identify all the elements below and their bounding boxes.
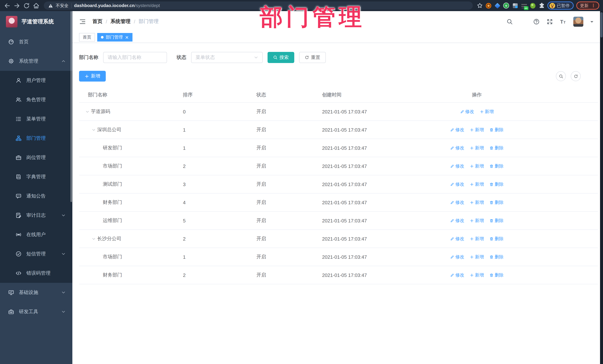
expand-row-icon[interactable] [92, 237, 96, 241]
row-modify-link[interactable]: 修改 [450, 163, 464, 169]
row-add-link[interactable]: 新增 [470, 145, 484, 151]
row-delete-link[interactable]: 删除 [489, 217, 504, 224]
back-icon[interactable] [4, 2, 11, 9]
row-delete-link[interactable]: 删除 [489, 127, 504, 133]
table-row[interactable]: 市场部门2开启2021-01-05 17:03:47修改新增删除 [79, 157, 598, 175]
extension-vpn-icon[interactable]: on [521, 2, 527, 9]
sidebar-item[interactable]: 在线用户 [0, 225, 72, 244]
browser-update-button[interactable]: 更新 ⋮ [576, 1, 599, 10]
sidebar-item[interactable]: 通知公告 [0, 187, 72, 206]
home-icon[interactable] [33, 2, 40, 9]
row-add-link[interactable]: 新增 [480, 109, 494, 115]
action-label: 删除 [495, 272, 504, 278]
sidebar-item[interactable]: 岗位管理 [0, 148, 72, 167]
table-row[interactable]: 财务部门2开启2021-01-05 17:03:47修改新增删除 [79, 266, 598, 284]
sidebar-item[interactable]: 系统管理 [0, 52, 72, 71]
show-search-toggle-button[interactable] [556, 71, 566, 81]
profile-paused-pill[interactable]: 已暂停 [547, 1, 574, 10]
row-delete-link[interactable]: 删除 [489, 181, 504, 187]
table-row[interactable]: 运维部门5开启2021-01-05 17:03:47修改新增删除 [79, 212, 598, 230]
row-modify-link[interactable]: 修改 [450, 272, 464, 278]
add-dept-button[interactable]: 新增 [79, 71, 106, 82]
extension-sprout-icon[interactable] [530, 2, 536, 9]
row-modify-link[interactable]: 修改 [460, 109, 474, 115]
avatar-caret-down-icon[interactable] [590, 21, 593, 24]
row-modify-link[interactable]: 修改 [450, 254, 464, 260]
table-row[interactable]: 市场部门1开启2021-01-05 17:03:47修改新增删除 [79, 248, 598, 266]
search-icon[interactable] [507, 18, 513, 25]
row-add-link[interactable]: 新增 [470, 217, 484, 224]
sidebar-scrollbar[interactable] [70, 11, 72, 202]
tag-view-tab[interactable]: 首页 [79, 33, 95, 42]
sidebar-item[interactable]: 用户管理 [0, 71, 72, 90]
row-delete-link[interactable]: 删除 [489, 199, 504, 206]
dept-name: 研发部门 [103, 144, 122, 151]
scrollbar-thumb[interactable] [600, 12, 603, 37]
breadcrumb-item[interactable]: 首页 [93, 18, 103, 25]
app-title: 芋道管理系统 [22, 18, 54, 25]
row-delete-link[interactable]: 删除 [489, 254, 504, 260]
row-delete-link[interactable]: 删除 [489, 236, 504, 242]
row-add-link[interactable]: 新增 [470, 236, 484, 242]
sidebar-item[interactable]: 字典管理 [0, 167, 72, 187]
user-avatar[interactable] [573, 16, 583, 26]
reset-button[interactable]: 重置 [299, 52, 326, 63]
extensions-puzzle-icon[interactable] [539, 3, 545, 9]
row-modify-link[interactable]: 修改 [450, 181, 464, 187]
row-delete-link[interactable]: 删除 [489, 272, 504, 278]
sidebar-item[interactable]: 研发工具 [0, 302, 72, 321]
dept-name-input[interactable]: 请输入部门名称 [103, 52, 167, 63]
fullscreen-icon[interactable] [547, 18, 553, 25]
reload-icon[interactable] [23, 2, 30, 9]
status-select[interactable]: 菜单状态 [191, 52, 263, 63]
row-modify-link[interactable]: 修改 [450, 127, 464, 133]
row-add-link[interactable]: 新增 [470, 272, 484, 278]
tag-view-tab[interactable]: 部门管理 [97, 33, 132, 42]
extension-target-icon[interactable] [485, 2, 491, 9]
github-icon[interactable] [520, 18, 526, 25]
row-add-link[interactable]: 新增 [470, 163, 484, 169]
row-add-link[interactable]: 新增 [470, 199, 484, 206]
row-modify-link[interactable]: 修改 [450, 236, 464, 242]
table-row[interactable]: 芋道源码0开启2021-01-05 17:03:47修改新增 [79, 103, 598, 121]
row-add-link[interactable]: 新增 [470, 127, 484, 133]
sidebar-item[interactable]: 基础设施 [0, 283, 72, 302]
sidebar-logo-row[interactable]: 芋道管理系统 [0, 11, 72, 32]
table-row[interactable]: 财务部门4开启2021-01-05 17:03:47修改新增删除 [79, 194, 598, 212]
row-modify-link[interactable]: 修改 [450, 217, 464, 224]
refresh-table-button[interactable] [571, 71, 581, 81]
search-button[interactable]: 搜索 [267, 52, 294, 63]
window-scrollbar[interactable] [600, 11, 603, 364]
table-row[interactable]: 研发部门1开启2021-01-05 17:03:47修改新增删除 [79, 139, 598, 157]
sidebar-item[interactable]: 错误码管理 [0, 264, 72, 283]
help-icon[interactable] [533, 18, 540, 25]
sidebar-item[interactable]: 首页 [0, 32, 72, 52]
close-icon[interactable] [125, 35, 129, 39]
extension-green-v-icon[interactable]: v [503, 2, 509, 9]
row-delete-link[interactable]: 删除 [489, 145, 504, 151]
address-bar[interactable]: 不安全 dashboard.yudao.iocoder.cn/system/de… [44, 1, 473, 10]
forward-icon[interactable] [13, 2, 20, 9]
sidebar-item[interactable]: 部门管理 [0, 129, 72, 148]
bookmark-star-icon[interactable] [477, 3, 483, 9]
table-row[interactable]: 深圳总公司1开启2021-01-05 17:03:47修改新增删除 [79, 121, 598, 139]
font-size-icon[interactable]: TT [560, 18, 566, 25]
table-row[interactable]: 测试部门3开启2021-01-05 17:03:47修改新增删除 [79, 175, 598, 194]
collapse-sidebar-icon[interactable] [79, 18, 86, 25]
sidebar-item[interactable]: 角色管理 [0, 90, 72, 109]
row-delete-link[interactable]: 删除 [489, 163, 504, 169]
table-row[interactable]: 长沙分公司2开启2021-01-05 17:03:47修改新增删除 [79, 230, 598, 248]
sidebar-item[interactable]: 菜单管理 [0, 109, 72, 129]
row-modify-link[interactable]: 修改 [450, 199, 464, 206]
edit-icon [450, 164, 454, 168]
expand-row-icon[interactable] [85, 110, 89, 114]
extension-grid-icon[interactable] [512, 2, 518, 9]
row-add-link[interactable]: 新增 [470, 254, 484, 260]
row-add-link[interactable]: 新增 [470, 181, 484, 187]
sidebar-item[interactable]: 短信管理 [0, 244, 72, 264]
row-modify-link[interactable]: 修改 [450, 145, 464, 151]
expand-row-icon[interactable] [92, 128, 96, 132]
sidebar-item[interactable]: 审计日志 [0, 206, 72, 225]
breadcrumb-item[interactable]: 系统管理 [111, 18, 131, 25]
extension-gem-icon[interactable] [494, 2, 500, 9]
